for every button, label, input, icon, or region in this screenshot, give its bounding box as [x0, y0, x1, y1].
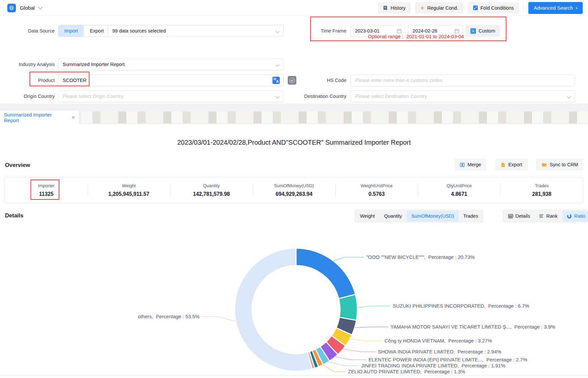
- leader-line: [333, 257, 364, 261]
- destination-country-label: Destination Country: [292, 90, 346, 102]
- history-button-label: History: [390, 5, 405, 11]
- fold-conditions-label: Fold Conditions: [481, 5, 514, 11]
- tab-bar: Summarized Importer Report ×: [0, 111, 588, 124]
- stat-value: 694,929,263.94: [275, 191, 312, 197]
- view-rank[interactable]: Rank: [535, 211, 562, 221]
- origin-country-placeholder: Please select Origin Country: [58, 94, 124, 99]
- calendar-icon[interactable]: [397, 29, 402, 34]
- chart-label-zelio: ZELIO AUTO PRIVATE LIMITED, Percentage :…: [348, 369, 465, 374]
- chevron-right-icon: ›: [576, 5, 577, 11]
- translate-icon[interactable]: A: [272, 77, 280, 84]
- chart-label-others: others, Percentage : 53.5%: [96, 314, 200, 319]
- chart-label-suzuki: SUZUKI PHILIPPINES INCORPORATED, Percent…: [393, 303, 529, 309]
- industry-analysis-select[interactable]: Summarized Importer Report: [58, 58, 284, 70]
- details-table-icon: [508, 214, 513, 218]
- advanced-search-button[interactable]: Advanced Search ›: [528, 2, 583, 14]
- section-divider: [0, 375, 588, 375]
- view-toggle-group: Details Rank: [502, 209, 588, 223]
- origin-country-label: Origin Country: [0, 90, 55, 102]
- donut-segment-1[interactable]: [339, 294, 357, 320]
- chevron-down-icon[interactable]: [38, 5, 42, 9]
- sync-crm-icon: [542, 162, 547, 167]
- leader-line: [323, 365, 346, 372]
- chevron-down-icon: [275, 95, 279, 98]
- view-ratio[interactable]: Ratio: [562, 211, 588, 221]
- leader-line: [343, 349, 376, 352]
- export-button[interactable]: Export: [495, 159, 528, 171]
- blurred-tabs-region: [81, 112, 588, 123]
- data-sources-value: 99 data sources selected: [108, 28, 166, 34]
- metric-sum-of-money[interactable]: SumOfMoney(USD): [407, 211, 458, 221]
- origin-country-select[interactable]: Please select Origin Country: [58, 90, 284, 102]
- metric-weight[interactable]: Weight: [356, 211, 379, 221]
- app-root: Global History ★ Regular Cond.: [0, 0, 588, 378]
- chart-label-ooo-new-bicycle: "OOO ""NEW BICYCLE""", Percentage : 20.7…: [366, 254, 475, 260]
- stat-sum-of-money: SumOfMoney(USD) 694,929,263.94: [253, 178, 335, 202]
- export-tab[interactable]: Export: [84, 25, 110, 37]
- stat-value: 281,938: [532, 191, 551, 197]
- hs-code-input[interactable]: [350, 74, 575, 86]
- rank-icon: [539, 214, 544, 218]
- leader-line: [328, 362, 359, 366]
- import-export-toggle: Import Export: [58, 25, 110, 37]
- stat-weight-unit-price: WeightUnitPrice 0.5763: [335, 178, 418, 202]
- history-button[interactable]: History: [378, 2, 410, 14]
- details-heading: Details: [5, 212, 24, 219]
- stat-label: QtyUnitPrice: [446, 183, 472, 188]
- destination-country-select[interactable]: Please select Destination Country: [350, 90, 575, 102]
- donut-segment-0[interactable]: [296, 248, 355, 299]
- tab-summarized-importer-report[interactable]: Summarized Importer Report ×: [0, 111, 79, 124]
- star-icon: ★: [420, 5, 425, 10]
- fold-conditions-button[interactable]: Fold Conditions: [468, 2, 519, 14]
- stat-label: Trades: [535, 183, 549, 188]
- stat-label: Weight: [122, 183, 136, 188]
- merge-button-label: Merge: [468, 162, 481, 167]
- destination-country-placeholder: Please select Destination Country: [351, 94, 427, 99]
- view-details[interactable]: Details: [504, 211, 534, 221]
- stat-value: 142,781,579.98: [193, 191, 230, 197]
- search-form: Data Source Import Export 99 data source…: [0, 16, 588, 104]
- advanced-search-label: Advanced Search: [534, 5, 573, 11]
- chart-label-showa: SHOWA INDIA PRIVATE LIMITED, Percentage …: [378, 349, 501, 354]
- data-sources-select[interactable]: 99 data sources selected: [108, 25, 284, 37]
- metric-toggle-group: Weight Quantity SumOfMoney(USD) Trades: [354, 209, 484, 223]
- stat-label: SumOfMoney(USD): [274, 183, 314, 188]
- region-selector-label[interactable]: Global: [20, 5, 35, 11]
- optional-range-note: Optional range : 2021-01-01 to 2024-03-0…: [338, 34, 494, 39]
- chevron-down-icon: [567, 95, 570, 98]
- close-icon[interactable]: ×: [72, 114, 75, 120]
- sync-to-crm-button[interactable]: Sync to CRM: [536, 159, 583, 171]
- metric-trades[interactable]: Trades: [459, 211, 483, 221]
- tab-title: Summarized Importer Report: [4, 112, 67, 123]
- leader-line: [355, 327, 388, 328]
- leader-line: [357, 306, 390, 308]
- product-input[interactable]: [58, 74, 284, 86]
- view-details-label: Details: [515, 213, 530, 219]
- regular-cond-button[interactable]: ★ Regular Cond.: [415, 2, 463, 14]
- sync-to-crm-label: Sync to CRM: [550, 162, 578, 167]
- top-bar: Global History ★ Regular Cond.: [0, 0, 588, 16]
- stat-trades: Trades 281,938: [500, 178, 583, 202]
- stat-qty-unit-price: QtyUnitPrice 4.8671: [418, 178, 500, 202]
- translate-letter: A: [276, 79, 279, 83]
- calendar-icon[interactable]: [454, 29, 459, 34]
- overview-stats-card: Importer 11325 Weight 1,205,945,911.57 Q…: [5, 177, 583, 203]
- hs-code-label: HS Code: [292, 74, 346, 86]
- donut-segment-10[interactable]: [235, 248, 312, 371]
- custom-icon: *: [470, 28, 476, 34]
- leader-line: [335, 357, 366, 360]
- stat-label: Quantity: [203, 183, 220, 188]
- stat-value: 11325: [39, 191, 54, 197]
- import-tab[interactable]: Import: [58, 25, 84, 37]
- metric-quantity[interactable]: Quantity: [380, 211, 406, 221]
- date-from-value: 2023-03-01: [351, 28, 380, 34]
- merge-button[interactable]: Merge: [454, 159, 487, 171]
- data-source-label: Data Source: [0, 25, 55, 37]
- divider: [523, 4, 524, 12]
- date-to-value: 2024-02-28: [408, 28, 437, 34]
- leader-line: [350, 339, 382, 341]
- stat-label: WeightUnitPrice: [361, 183, 393, 188]
- stat-quantity: Quantity 142,781,579.98: [170, 178, 253, 202]
- fold-icon: [473, 5, 478, 10]
- globe-icon[interactable]: [7, 4, 16, 12]
